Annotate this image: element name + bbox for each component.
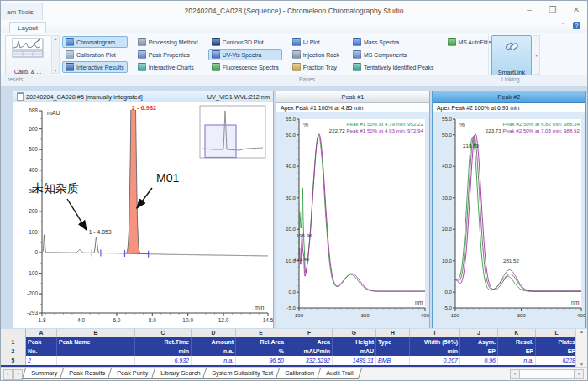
data-cell[interactable]: 96.50 [236, 356, 286, 365]
close-button[interactable]: ✕ [570, 3, 582, 15]
table-vertical-scrollbar[interactable]: ▲▼ [575, 329, 587, 367]
header-cell[interactable]: Type [376, 337, 410, 347]
header-cell[interactable]: Height [333, 337, 376, 347]
row-header-1[interactable]: 1 [1, 337, 26, 347]
data-cell[interactable]: 6228 [536, 356, 578, 365]
header-cell[interactable]: min [135, 347, 192, 356]
column-header-K[interactable]: K [498, 329, 536, 337]
peak1-spectrum-plot[interactable]: 55.050.040.030.020.010.00.0-5.0190300400… [276, 112, 429, 328]
i-t-plot-pane-toggle[interactable]: I-t Plot [289, 36, 343, 48]
peak1-panel-header[interactable]: Peak #1 [276, 91, 429, 103]
header-cell[interactable]: Amount [192, 337, 236, 347]
header-cell[interactable]: n.a. [192, 347, 236, 356]
column-header-L[interactable]: L [536, 329, 578, 337]
column-header-H[interactable]: H [376, 329, 410, 337]
peak2-spectrum-panel[interactable]: Peak #2 Apex Peak #2 100% at 6.93 min 55… [432, 91, 586, 328]
context-ribbon-tab[interactable]: am Tools [0, 3, 43, 20]
row-header-2[interactable]: 2 [1, 347, 26, 356]
smartlink-dropdown[interactable]: ▾ [533, 35, 540, 75]
peak1-spectrum-panel[interactable]: Peak #1 Apex Peak #1 100% at 4.85 min 55… [276, 91, 430, 328]
sheet-tab-system-suitability-test[interactable]: System Suitability Test [202, 368, 282, 379]
data-cell[interactable]: 0.207 [410, 356, 460, 365]
data-cell[interactable] [57, 356, 135, 365]
minimize-button[interactable]: – [523, 3, 535, 15]
calibration-plot-pane-toggle[interactable]: Calibration Plot [62, 49, 128, 60]
header-cell[interactable] [57, 347, 135, 356]
interactive-results-pane-toggle[interactable]: Interactive Results [62, 61, 128, 73]
help-icon[interactable]: ? [573, 22, 580, 29]
grid-corner[interactable] [1, 329, 26, 337]
data-cell[interactable]: BMB [376, 356, 410, 365]
header-cell[interactable]: EP [460, 347, 498, 356]
chromatogram-panel[interactable]: 20240204_CA028 #5 [manually integrated] … [13, 91, 274, 328]
tab-layout[interactable]: Layout [9, 22, 46, 34]
svg-text:4.0: 4.0 [77, 317, 85, 323]
header-cell[interactable]: Ret.Time [135, 337, 192, 347]
fluorescence-spectra-pane-toggle[interactable]: Fluorescence Spectra [208, 61, 282, 73]
pane-toggle-label: Tentatively Identified Peaks [364, 65, 434, 70]
row-header-5[interactable]: 5 [1, 356, 26, 365]
header-cell[interactable] [376, 347, 410, 356]
interactive-charts-pane-toggle[interactable]: Interactive Charts [134, 61, 202, 73]
header-cell[interactable]: Area [286, 337, 333, 347]
chromatogram-pane-toggle[interactable]: Chromatogram [62, 36, 128, 48]
smartlink-button[interactable]: SmartLink [491, 35, 532, 79]
preset-calibration-button[interactable]: Calib. & ... [5, 35, 50, 77]
header-cell[interactable]: No. [26, 347, 57, 356]
column-header-I[interactable]: I [410, 329, 460, 337]
sheet-tab-peak-results[interactable]: Peak Results [60, 368, 115, 379]
data-cell[interactable]: 1489.31 [333, 356, 376, 365]
ms-components-pane-toggle[interactable]: MS Components [349, 49, 438, 60]
header-cell[interactable]: Peak [26, 337, 57, 347]
peak-properties-pane-toggle[interactable]: Peak Properties [134, 49, 202, 60]
header-cell[interactable]: Width (50%) [410, 337, 460, 347]
data-cell[interactable]: n.a. [498, 356, 536, 365]
sheet-tab-peak-purity[interactable]: Peak Purity [108, 368, 158, 379]
header-cell[interactable]: Plates [536, 337, 578, 347]
column-header-B[interactable]: B [57, 329, 135, 337]
column-header-A[interactable]: A [26, 329, 57, 337]
tentatively-identified-peaks-pane-toggle[interactable]: Tentatively Identified Peaks [349, 61, 438, 73]
preset-scroll[interactable]: ▲▼ [51, 35, 60, 74]
column-header-G[interactable]: G [333, 329, 376, 337]
data-cell[interactable]: 332.5292 [286, 356, 333, 365]
column-header-C[interactable]: C [135, 329, 192, 337]
header-cell[interactable]: EP [536, 347, 578, 356]
header-cell[interactable]: Resol. [498, 337, 536, 347]
column-header-F[interactable]: F [286, 329, 333, 337]
header-cell[interactable]: EP [498, 347, 536, 356]
peak2-spectrum-plot[interactable]: 55.050.040.030.020.010.00.0-5.0190300400… [433, 112, 585, 328]
data-cell[interactable]: 2 [26, 356, 57, 365]
peak2-panel-header[interactable]: Peak #2 [433, 91, 585, 103]
header-cell[interactable]: Rel.Area [236, 337, 286, 347]
column-header-E[interactable]: E [236, 329, 286, 337]
injection-rack-pane-toggle[interactable]: Injection Rack [289, 49, 343, 60]
data-cell[interactable]: n.a. [192, 356, 236, 365]
uv-vis-spectra-pane-toggle[interactable]: UV-Vis Spectra [208, 49, 282, 60]
sheet-tab-library-search[interactable]: Library Search [150, 368, 209, 379]
header-cell[interactable]: % [236, 347, 286, 356]
header-cell[interactable]: Peak Name [57, 337, 135, 347]
mass-spectra-pane-toggle[interactable]: Mass Spectra [349, 36, 438, 48]
chromatogram-plot[interactable]: 6886005004003002001000-100-200-2931.84.0… [13, 102, 273, 328]
restore-button[interactable]: ❐ [547, 3, 559, 15]
hscroll-right-icon[interactable]: › [574, 369, 584, 379]
table-horizontal-scrollbar[interactable]: ‹ › [510, 368, 587, 381]
header-cell[interactable]: mAU [333, 347, 376, 356]
sheet-tab-label: Peak Results [69, 369, 105, 377]
processing-method-pane-toggle[interactable]: Processing Method [134, 36, 202, 48]
contour-3d-plot-pane-toggle[interactable]: Contour/3D Plot [208, 36, 282, 48]
header-cell[interactable]: min [410, 347, 460, 356]
data-cell[interactable]: 6.932 [135, 356, 192, 365]
sheet-tab-audit-trail[interactable]: Audit Trail [316, 368, 362, 379]
svg-text:600: 600 [29, 126, 38, 132]
data-cell[interactable]: 0.96 [460, 356, 498, 365]
header-cell[interactable]: Asym. [460, 337, 498, 347]
hscroll-left-icon[interactable]: ‹ [510, 369, 520, 379]
collapse-ribbon-icon[interactable]: ⌃ [560, 22, 566, 29]
sheet-nav-left[interactable]: ‹ [3, 369, 13, 380]
fraction-tray-pane-toggle[interactable]: Fraction Tray [289, 61, 343, 73]
column-header-D[interactable]: D [192, 329, 236, 337]
header-cell[interactable]: mAU*min [286, 347, 333, 356]
column-header-J[interactable]: J [460, 329, 498, 337]
